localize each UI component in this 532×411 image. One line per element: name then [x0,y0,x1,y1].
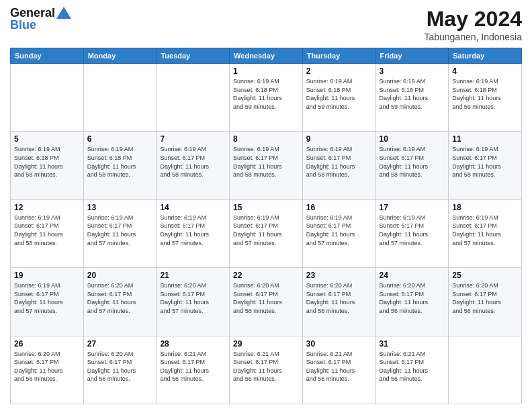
location: Tabunganen, Indonesia [424,32,522,42]
day-number-29: 29 [233,339,299,349]
day-info-30: Sunrise: 6:21 AM Sunset: 6:17 PM Dayligh… [306,350,372,383]
day-info-11: Sunrise: 6:19 AM Sunset: 6:17 PM Dayligh… [452,145,518,179]
day-info-7: Sunrise: 6:19 AM Sunset: 6:17 PM Dayligh… [160,145,226,179]
page: General Blue May 2024 Tabunganen, Indone… [0,0,532,411]
empty-cell [11,64,84,132]
day-cell-27: 27Sunrise: 6:20 AM Sunset: 6:17 PM Dayli… [83,336,157,404]
weekday-header-tuesday: Tuesday [157,48,230,64]
day-number-11: 11 [452,134,518,144]
day-info-16: Sunrise: 6:19 AM Sunset: 6:17 PM Dayligh… [306,214,372,247]
day-info-4: Sunrise: 6:19 AM Sunset: 6:18 PM Dayligh… [452,77,518,111]
day-number-4: 4 [452,66,518,76]
day-info-17: Sunrise: 6:19 AM Sunset: 6:17 PM Dayligh… [380,214,445,247]
svg-marker-0 [56,7,71,19]
empty-cell [83,64,157,132]
day-number-12: 12 [14,203,80,212]
day-number-8: 8 [233,134,299,144]
day-number-21: 21 [160,271,226,280]
day-info-6: Sunrise: 6:19 AM Sunset: 6:18 PM Dayligh… [87,145,153,179]
day-info-18: Sunrise: 6:19 AM Sunset: 6:17 PM Dayligh… [452,214,518,247]
day-number-30: 30 [306,339,372,349]
day-number-19: 19 [14,271,80,280]
day-cell-30: 30Sunrise: 6:21 AM Sunset: 6:17 PM Dayli… [302,336,375,404]
day-number-6: 6 [87,134,153,144]
day-cell-7: 7Sunrise: 6:19 AM Sunset: 6:17 PM Daylig… [157,132,230,199]
day-cell-26: 26Sunrise: 6:20 AM Sunset: 6:17 PM Dayli… [11,336,84,404]
day-number-5: 5 [14,134,80,144]
day-info-2: Sunrise: 6:19 AM Sunset: 6:18 PM Dayligh… [306,77,372,111]
day-info-9: Sunrise: 6:19 AM Sunset: 6:17 PM Dayligh… [306,145,372,179]
day-cell-25: 25Sunrise: 6:20 AM Sunset: 6:17 PM Dayli… [449,268,522,336]
weekday-header-wednesday: Wednesday [230,48,303,64]
day-cell-13: 13Sunrise: 6:19 AM Sunset: 6:17 PM Dayli… [83,199,157,267]
day-cell-12: 12Sunrise: 6:19 AM Sunset: 6:17 PM Dayli… [11,199,84,267]
day-info-12: Sunrise: 6:19 AM Sunset: 6:17 PM Dayligh… [14,214,80,247]
day-cell-18: 18Sunrise: 6:19 AM Sunset: 6:17 PM Dayli… [449,199,522,267]
day-number-22: 22 [233,271,299,280]
day-number-24: 24 [380,271,445,280]
day-cell-5: 5Sunrise: 6:19 AM Sunset: 6:18 PM Daylig… [11,132,84,199]
day-number-2: 2 [306,66,372,76]
day-cell-21: 21Sunrise: 6:20 AM Sunset: 6:17 PM Dayli… [157,268,230,336]
day-info-15: Sunrise: 6:19 AM Sunset: 6:17 PM Dayligh… [233,214,299,247]
day-info-1: Sunrise: 6:19 AM Sunset: 6:18 PM Dayligh… [233,77,299,111]
day-info-23: Sunrise: 6:20 AM Sunset: 6:17 PM Dayligh… [306,281,372,315]
day-cell-29: 29Sunrise: 6:21 AM Sunset: 6:17 PM Dayli… [230,336,303,404]
day-info-3: Sunrise: 6:19 AM Sunset: 6:18 PM Dayligh… [380,77,445,111]
day-number-15: 15 [233,203,299,212]
day-cell-9: 9Sunrise: 6:19 AM Sunset: 6:17 PM Daylig… [302,132,375,199]
day-info-21: Sunrise: 6:20 AM Sunset: 6:17 PM Dayligh… [160,281,226,315]
day-number-16: 16 [306,203,372,212]
logo-text-blue: Blue [10,19,71,32]
day-cell-11: 11Sunrise: 6:19 AM Sunset: 6:17 PM Dayli… [449,132,522,199]
day-number-26: 26 [14,339,80,349]
day-cell-22: 22Sunrise: 6:20 AM Sunset: 6:17 PM Dayli… [230,268,303,336]
day-number-14: 14 [160,203,226,212]
day-cell-24: 24Sunrise: 6:20 AM Sunset: 6:17 PM Dayli… [375,268,449,336]
day-cell-10: 10Sunrise: 6:19 AM Sunset: 6:17 PM Dayli… [375,132,449,199]
day-cell-19: 19Sunrise: 6:19 AM Sunset: 6:17 PM Dayli… [11,268,84,336]
day-number-31: 31 [380,339,445,349]
header: General Blue May 2024 Tabunganen, Indone… [10,7,522,42]
week-row-3: 19Sunrise: 6:19 AM Sunset: 6:17 PM Dayli… [11,268,522,336]
day-cell-8: 8Sunrise: 6:19 AM Sunset: 6:17 PM Daylig… [230,132,303,199]
day-cell-4: 4Sunrise: 6:19 AM Sunset: 6:18 PM Daylig… [449,64,522,132]
day-number-28: 28 [160,339,226,349]
title-block: May 2024 Tabunganen, Indonesia [424,7,522,42]
day-cell-17: 17Sunrise: 6:19 AM Sunset: 6:17 PM Dayli… [375,199,449,267]
day-cell-3: 3Sunrise: 6:19 AM Sunset: 6:18 PM Daylig… [375,64,449,132]
day-number-23: 23 [306,271,372,280]
week-row-2: 12Sunrise: 6:19 AM Sunset: 6:17 PM Dayli… [11,199,522,267]
day-cell-2: 2Sunrise: 6:19 AM Sunset: 6:18 PM Daylig… [302,64,375,132]
day-info-29: Sunrise: 6:21 AM Sunset: 6:17 PM Dayligh… [233,350,299,383]
calendar-table: SundayMondayTuesdayWednesdayThursdayFrid… [10,48,522,404]
day-number-7: 7 [160,134,226,144]
week-row-0: 1Sunrise: 6:19 AM Sunset: 6:18 PM Daylig… [11,64,522,132]
day-cell-6: 6Sunrise: 6:19 AM Sunset: 6:18 PM Daylig… [83,132,157,199]
day-cell-1: 1Sunrise: 6:19 AM Sunset: 6:18 PM Daylig… [230,64,303,132]
day-cell-16: 16Sunrise: 6:19 AM Sunset: 6:17 PM Dayli… [302,199,375,267]
day-cell-14: 14Sunrise: 6:19 AM Sunset: 6:17 PM Dayli… [157,199,230,267]
day-cell-31: 31Sunrise: 6:21 AM Sunset: 6:17 PM Dayli… [375,336,449,404]
day-info-25: Sunrise: 6:20 AM Sunset: 6:17 PM Dayligh… [452,281,518,315]
day-number-10: 10 [380,134,445,144]
weekday-header-monday: Monday [83,48,157,64]
day-info-24: Sunrise: 6:20 AM Sunset: 6:17 PM Dayligh… [380,281,445,315]
day-number-18: 18 [452,203,518,212]
weekday-header-thursday: Thursday [302,48,375,64]
day-info-10: Sunrise: 6:19 AM Sunset: 6:17 PM Dayligh… [380,145,445,179]
day-number-3: 3 [380,66,445,76]
day-info-19: Sunrise: 6:19 AM Sunset: 6:17 PM Dayligh… [14,281,80,315]
day-info-31: Sunrise: 6:21 AM Sunset: 6:17 PM Dayligh… [380,350,445,383]
logo-icon [56,7,71,20]
day-info-14: Sunrise: 6:19 AM Sunset: 6:17 PM Dayligh… [160,214,226,247]
week-row-4: 26Sunrise: 6:20 AM Sunset: 6:17 PM Dayli… [11,336,522,404]
day-number-25: 25 [452,271,518,280]
day-info-22: Sunrise: 6:20 AM Sunset: 6:17 PM Dayligh… [233,281,299,315]
day-info-26: Sunrise: 6:20 AM Sunset: 6:17 PM Dayligh… [14,350,80,383]
weekday-header-row: SundayMondayTuesdayWednesdayThursdayFrid… [11,48,522,64]
empty-cell [157,64,230,132]
empty-cell [449,336,522,404]
day-number-27: 27 [87,339,153,349]
month-title: May 2024 [424,7,522,32]
